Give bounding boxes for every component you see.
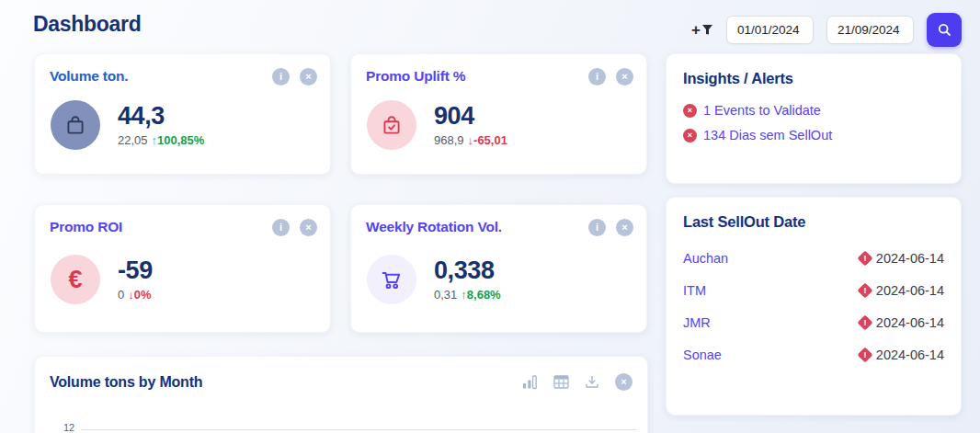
kpi-value: 0,338	[434, 257, 501, 283]
date-to-input[interactable]	[826, 16, 914, 44]
retailer-link[interactable]: JMR	[683, 315, 711, 330]
kpi-card-promo-roi: Promo ROI i × € -59 0 ↓0%	[34, 204, 331, 333]
panel-title: Last SellOut Date	[667, 198, 961, 231]
sellout-date-group: ! 2024-06-14	[860, 251, 944, 266]
plus-icon: +	[691, 22, 701, 38]
chart-gridline	[81, 429, 636, 430]
sellout-date-group: ! 2024-06-14	[860, 315, 944, 330]
sellout-row-jmr: JMR ! 2024-06-14	[683, 306, 944, 338]
insights-alerts-panel: Insights / Alerts × 1 Events to Validate…	[666, 53, 962, 184]
retailer-link[interactable]: Sonae	[683, 348, 722, 362]
kpi-delta: ↑8,68%	[461, 288, 500, 302]
toolbar: +	[691, 13, 962, 47]
close-icon[interactable]: ×	[300, 68, 317, 85]
info-icon[interactable]: i	[272, 219, 290, 236]
y-axis-tick: 12	[63, 422, 74, 433]
kpi-delta: ↓0%	[128, 288, 151, 302]
kpi-card-volume-ton: Volume ton. i × 44,3 22,05 ↑100,85%	[34, 53, 331, 175]
alert-cross-icon: ×	[683, 104, 697, 118]
info-icon[interactable]: i	[272, 68, 290, 85]
kpi-card-title: Volume ton.	[50, 68, 128, 85]
chart-toolbar: ×	[522, 373, 632, 391]
kpi-previous-value: 968,9	[434, 133, 464, 147]
info-icon[interactable]: i	[588, 68, 606, 85]
alert-item-dias-sem-sellout[interactable]: × 134 Dias sem SellOut	[683, 128, 944, 142]
sellout-row-sonae: Sonae ! 2024-06-14	[683, 338, 944, 370]
kpi-stats: 904 968,9 ↓-65,01	[434, 103, 507, 147]
bag-check-icon	[367, 100, 416, 150]
close-icon[interactable]: ×	[300, 219, 317, 236]
warning-diamond-icon: !	[857, 250, 872, 266]
funnel-icon	[701, 24, 713, 36]
kpi-delta: ↓-65,01	[468, 133, 507, 147]
kpi-value: 44,3	[118, 103, 204, 129]
kpi-card-title: Promo ROI	[50, 219, 122, 235]
kpi-card-title: Promo Uplift %	[366, 68, 465, 85]
retailer-link[interactable]: Auchan	[683, 251, 728, 266]
download-icon[interactable]	[585, 375, 599, 389]
chart-card-volume-by-month: Volume tons by Month × 12	[34, 356, 648, 433]
sellout-date: 2024-06-14	[876, 348, 944, 362]
alert-list: × 1 Events to Validate × 134 Dias sem Se…	[667, 87, 961, 142]
kpi-stats: 0,338 0,31 ↑8,68%	[434, 257, 501, 302]
sellout-date-group: ! 2024-06-14	[860, 348, 944, 362]
sellout-list: Auchan ! 2024-06-14 ITM ! 2024-06-14 JMR…	[667, 231, 961, 370]
page-title: Dashboard	[33, 12, 141, 37]
shopping-bag-icon	[51, 100, 100, 150]
shopping-cart-icon	[367, 255, 416, 304]
kpi-stats: -59 0 ↓0%	[118, 257, 153, 302]
info-icon[interactable]: i	[588, 219, 606, 236]
sellout-date: 2024-06-14	[876, 251, 944, 266]
close-icon[interactable]: ×	[615, 373, 632, 391]
sellout-row-auchan: Auchan ! 2024-06-14	[683, 242, 944, 274]
kpi-delta: ↑100,85%	[152, 133, 205, 147]
sellout-date: 2024-06-14	[876, 315, 944, 330]
close-icon[interactable]: ×	[616, 219, 633, 236]
alert-label: 1 Events to Validate	[703, 103, 821, 118]
panel-title: Insights / Alerts	[667, 54, 961, 87]
last-sellout-panel: Last SellOut Date Auchan ! 2024-06-14 IT…	[666, 197, 962, 416]
kpi-card-weekly-rotation: Weekly Rotation Vol. i × 0,338 0,31 ↑8,6…	[350, 204, 647, 333]
sellout-date-group: ! 2024-06-14	[860, 283, 944, 298]
alert-label: 134 Dias sem SellOut	[703, 128, 832, 142]
kpi-value: -59	[118, 257, 153, 283]
chart-title: Volume tons by Month	[50, 374, 202, 391]
warning-diamond-icon: !	[857, 282, 872, 298]
bar-chart-icon[interactable]	[522, 375, 538, 390]
alert-item-events-to-validate[interactable]: × 1 Events to Validate	[683, 103, 944, 118]
retailer-link[interactable]: ITM	[683, 283, 706, 298]
kpi-card-title: Weekly Rotation Vol.	[366, 219, 502, 235]
warning-diamond-icon: !	[857, 314, 872, 330]
kpi-stats: 44,3 22,05 ↑100,85%	[118, 103, 204, 147]
kpi-previous-value: 0,31	[434, 288, 457, 302]
search-icon	[937, 22, 952, 38]
date-from-input[interactable]	[726, 16, 814, 44]
close-icon[interactable]: ×	[616, 68, 633, 85]
kpi-previous-value: 22,05	[118, 133, 148, 147]
warning-diamond-icon: !	[857, 347, 872, 362]
sellout-date: 2024-06-14	[876, 283, 944, 298]
alert-cross-icon: ×	[683, 129, 697, 142]
add-filter-button[interactable]: +	[691, 22, 713, 38]
kpi-previous-value: 0	[118, 288, 124, 302]
kpi-card-promo-uplift: Promo Uplift % i × 904 968,9 ↓-65,01	[350, 53, 647, 175]
kpi-value: 904	[434, 103, 507, 129]
dashboard-page: Dashboard + Volume ton. i ×	[0, 0, 980, 433]
sellout-row-itm: ITM ! 2024-06-14	[683, 274, 944, 306]
search-button[interactable]	[927, 13, 962, 47]
table-icon[interactable]	[553, 375, 569, 389]
euro-icon: €	[51, 255, 100, 304]
